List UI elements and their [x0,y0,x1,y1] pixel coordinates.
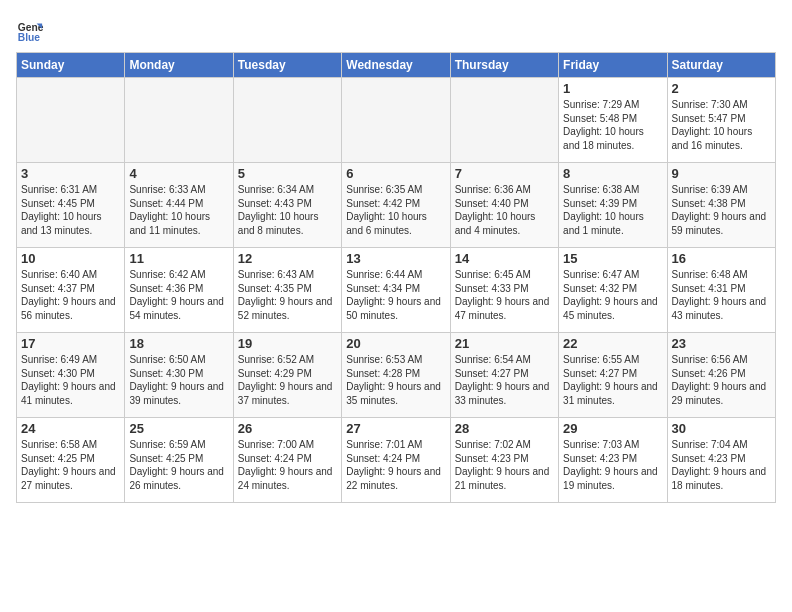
sunset-text: Sunset: 4:23 PM [672,452,771,466]
day-info: Sunrise: 7:00 AM Sunset: 4:24 PM Dayligh… [238,438,337,492]
daylight-text: Daylight: 10 hours and 13 minutes. [21,210,120,237]
sunrise-text: Sunrise: 6:36 AM [455,183,554,197]
day-info: Sunrise: 6:58 AM Sunset: 4:25 PM Dayligh… [21,438,120,492]
day-number: 14 [455,251,554,266]
calendar-cell: 1 Sunrise: 7:29 AM Sunset: 5:48 PM Dayli… [559,78,667,163]
sunrise-text: Sunrise: 7:02 AM [455,438,554,452]
sunrise-text: Sunrise: 6:31 AM [21,183,120,197]
sunrise-text: Sunrise: 6:55 AM [563,353,662,367]
sunset-text: Sunset: 4:27 PM [455,367,554,381]
day-number: 8 [563,166,662,181]
sunrise-text: Sunrise: 6:33 AM [129,183,228,197]
sunset-text: Sunset: 4:23 PM [563,452,662,466]
day-info: Sunrise: 6:34 AM Sunset: 4:43 PM Dayligh… [238,183,337,237]
sunrise-text: Sunrise: 6:50 AM [129,353,228,367]
day-number: 1 [563,81,662,96]
sunrise-text: Sunrise: 6:48 AM [672,268,771,282]
calendar-cell: 20 Sunrise: 6:53 AM Sunset: 4:28 PM Dayl… [342,333,450,418]
calendar-cell: 12 Sunrise: 6:43 AM Sunset: 4:35 PM Dayl… [233,248,341,333]
day-number: 11 [129,251,228,266]
day-info: Sunrise: 6:31 AM Sunset: 4:45 PM Dayligh… [21,183,120,237]
calendar-cell: 19 Sunrise: 6:52 AM Sunset: 4:29 PM Dayl… [233,333,341,418]
calendar-cell: 5 Sunrise: 6:34 AM Sunset: 4:43 PM Dayli… [233,163,341,248]
day-number: 10 [21,251,120,266]
week-row-4: 17 Sunrise: 6:49 AM Sunset: 4:30 PM Dayl… [17,333,776,418]
day-info: Sunrise: 6:36 AM Sunset: 4:40 PM Dayligh… [455,183,554,237]
calendar-cell: 23 Sunrise: 6:56 AM Sunset: 4:26 PM Dayl… [667,333,775,418]
sunset-text: Sunset: 4:27 PM [563,367,662,381]
daylight-text: Daylight: 10 hours and 1 minute. [563,210,662,237]
day-number: 15 [563,251,662,266]
daylight-text: Daylight: 9 hours and 29 minutes. [672,380,771,407]
logo-icon: General Blue [16,16,44,44]
day-info: Sunrise: 6:49 AM Sunset: 4:30 PM Dayligh… [21,353,120,407]
calendar-cell: 29 Sunrise: 7:03 AM Sunset: 4:23 PM Dayl… [559,418,667,503]
daylight-text: Daylight: 9 hours and 56 minutes. [21,295,120,322]
sunset-text: Sunset: 4:34 PM [346,282,445,296]
calendar-cell [233,78,341,163]
day-info: Sunrise: 6:55 AM Sunset: 4:27 PM Dayligh… [563,353,662,407]
calendar-cell: 17 Sunrise: 6:49 AM Sunset: 4:30 PM Dayl… [17,333,125,418]
calendar-cell [17,78,125,163]
calendar-cell [125,78,233,163]
daylight-text: Daylight: 9 hours and 21 minutes. [455,465,554,492]
sunrise-text: Sunrise: 6:47 AM [563,268,662,282]
sunset-text: Sunset: 4:43 PM [238,197,337,211]
sunrise-text: Sunrise: 6:53 AM [346,353,445,367]
day-number: 19 [238,336,337,351]
sunset-text: Sunset: 5:48 PM [563,112,662,126]
day-number: 4 [129,166,228,181]
calendar-cell: 7 Sunrise: 6:36 AM Sunset: 4:40 PM Dayli… [450,163,558,248]
calendar-cell: 21 Sunrise: 6:54 AM Sunset: 4:27 PM Dayl… [450,333,558,418]
sunset-text: Sunset: 4:32 PM [563,282,662,296]
day-info: Sunrise: 7:29 AM Sunset: 5:48 PM Dayligh… [563,98,662,152]
sunrise-text: Sunrise: 7:00 AM [238,438,337,452]
calendar-cell: 24 Sunrise: 6:58 AM Sunset: 4:25 PM Dayl… [17,418,125,503]
sunset-text: Sunset: 4:24 PM [346,452,445,466]
calendar-cell: 14 Sunrise: 6:45 AM Sunset: 4:33 PM Dayl… [450,248,558,333]
day-header-friday: Friday [559,53,667,78]
daylight-text: Daylight: 10 hours and 8 minutes. [238,210,337,237]
sunset-text: Sunset: 4:38 PM [672,197,771,211]
sunset-text: Sunset: 5:47 PM [672,112,771,126]
day-header-monday: Monday [125,53,233,78]
day-info: Sunrise: 6:38 AM Sunset: 4:39 PM Dayligh… [563,183,662,237]
calendar-cell: 16 Sunrise: 6:48 AM Sunset: 4:31 PM Dayl… [667,248,775,333]
day-number: 7 [455,166,554,181]
day-info: Sunrise: 7:30 AM Sunset: 5:47 PM Dayligh… [672,98,771,152]
day-number: 26 [238,421,337,436]
day-info: Sunrise: 7:04 AM Sunset: 4:23 PM Dayligh… [672,438,771,492]
day-info: Sunrise: 7:01 AM Sunset: 4:24 PM Dayligh… [346,438,445,492]
daylight-text: Daylight: 9 hours and 18 minutes. [672,465,771,492]
day-info: Sunrise: 6:50 AM Sunset: 4:30 PM Dayligh… [129,353,228,407]
sunset-text: Sunset: 4:28 PM [346,367,445,381]
sunrise-text: Sunrise: 6:42 AM [129,268,228,282]
sunrise-text: Sunrise: 6:49 AM [21,353,120,367]
day-info: Sunrise: 6:39 AM Sunset: 4:38 PM Dayligh… [672,183,771,237]
sunset-text: Sunset: 4:39 PM [563,197,662,211]
sunrise-text: Sunrise: 7:29 AM [563,98,662,112]
day-info: Sunrise: 6:43 AM Sunset: 4:35 PM Dayligh… [238,268,337,322]
sunrise-text: Sunrise: 6:35 AM [346,183,445,197]
daylight-text: Daylight: 9 hours and 54 minutes. [129,295,228,322]
calendar-cell: 2 Sunrise: 7:30 AM Sunset: 5:47 PM Dayli… [667,78,775,163]
sunrise-text: Sunrise: 6:39 AM [672,183,771,197]
calendar-cell: 28 Sunrise: 7:02 AM Sunset: 4:23 PM Dayl… [450,418,558,503]
daylight-text: Daylight: 10 hours and 6 minutes. [346,210,445,237]
sunset-text: Sunset: 4:40 PM [455,197,554,211]
week-row-1: 1 Sunrise: 7:29 AM Sunset: 5:48 PM Dayli… [17,78,776,163]
daylight-text: Daylight: 9 hours and 33 minutes. [455,380,554,407]
daylight-text: Daylight: 9 hours and 35 minutes. [346,380,445,407]
week-row-5: 24 Sunrise: 6:58 AM Sunset: 4:25 PM Dayl… [17,418,776,503]
sunrise-text: Sunrise: 7:03 AM [563,438,662,452]
daylight-text: Daylight: 9 hours and 37 minutes. [238,380,337,407]
day-info: Sunrise: 6:52 AM Sunset: 4:29 PM Dayligh… [238,353,337,407]
day-header-thursday: Thursday [450,53,558,78]
daylight-text: Daylight: 9 hours and 31 minutes. [563,380,662,407]
daylight-text: Daylight: 9 hours and 27 minutes. [21,465,120,492]
daylight-text: Daylight: 9 hours and 22 minutes. [346,465,445,492]
daylight-text: Daylight: 10 hours and 18 minutes. [563,125,662,152]
day-info: Sunrise: 7:02 AM Sunset: 4:23 PM Dayligh… [455,438,554,492]
sunrise-text: Sunrise: 6:44 AM [346,268,445,282]
calendar-cell: 30 Sunrise: 7:04 AM Sunset: 4:23 PM Dayl… [667,418,775,503]
